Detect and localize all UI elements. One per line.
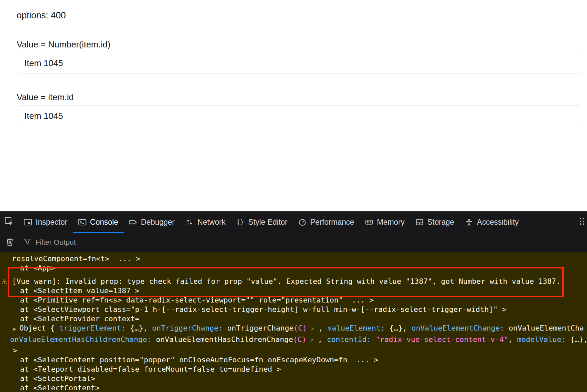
- console-text: at <SelectContent>: [20, 384, 100, 392]
- jump-to-definition-icon[interactable]: ↗: [306, 336, 314, 343]
- console-text: {…},: [385, 324, 411, 332]
- console-text: onTriggerChange:: [152, 324, 223, 332]
- select-trigger-string[interactable]: Item 1045: [17, 106, 582, 126]
- pick-element-button[interactable]: [0, 211, 18, 233]
- select-value: Item 1045: [24, 58, 63, 68]
- console-text: at <App>: [20, 264, 55, 272]
- debugger-icon: [129, 218, 137, 226]
- tab-label: Debugger: [141, 218, 175, 227]
- options-count-text: options: 400: [17, 10, 582, 21]
- tab-accessibility[interactable]: Accessibility: [459, 211, 524, 233]
- console-line: ⚠[Vue warn]: Invalid prop: type check fa…: [0, 277, 587, 286]
- select-value: Item 1045: [24, 111, 63, 121]
- console-text: triggerElement:: [59, 324, 126, 332]
- console-text: {…},: [566, 335, 587, 344]
- tab-memory[interactable]: Memory: [360, 211, 410, 233]
- tab-console[interactable]: Console: [73, 211, 124, 233]
- console-text: (C): [294, 324, 307, 332]
- devtools-panel: InspectorConsoleDebuggerNetworkStyle Edi…: [0, 211, 587, 392]
- console-text: {…},: [126, 324, 152, 332]
- console-text: at <SelectContent position="popper" onCl…: [20, 356, 378, 364]
- console-text: valueElement:: [327, 324, 385, 332]
- console-text: at <SelectPortal>: [20, 374, 95, 383]
- field-label-number: Value = Number(item.id): [17, 39, 582, 49]
- network-icon: [185, 218, 194, 226]
- page-content: options: 400 Value = Number(item.id) Ite…: [0, 0, 587, 211]
- expand-caret[interactable]: ▶: [13, 326, 19, 332]
- devtools-tab-strip: InspectorConsoleDebuggerNetworkStyle Edi…: [0, 211, 587, 233]
- console-text: at <SelectViewport class="p-1 h-[--radix…: [20, 305, 507, 314]
- console-line: >: [0, 346, 587, 355]
- filter-output-input[interactable]: Filter Output: [23, 237, 584, 247]
- tab-label: Accessibility: [477, 218, 519, 227]
- console-text: ,: [314, 335, 327, 344]
- console-line: at <SelectItem value=1387 >: [0, 286, 587, 296]
- console-text: at <Teleport disabled=false forceMount=f…: [20, 365, 281, 373]
- accessibility-icon: [465, 218, 473, 226]
- console-text: contentId:: [327, 335, 371, 344]
- console-text: Object {: [19, 324, 59, 332]
- console-line: at <SelectPortal>: [0, 374, 587, 383]
- tab-label: Console: [90, 218, 118, 227]
- trash-icon: [5, 237, 14, 248]
- console-line: at <Primitive ref=fn<s> data-radix-selec…: [0, 296, 587, 305]
- console-text: onValueElementChange:: [411, 324, 504, 332]
- console-text: onValueElementHasChildrenChange:: [10, 335, 152, 344]
- console-text: at <Primitive ref=fn<s> data-radix-selec…: [20, 296, 374, 304]
- more-tools-button[interactable]: [578, 211, 587, 233]
- performance-icon: [298, 218, 307, 226]
- filter-placeholder: Filter Output: [35, 238, 76, 247]
- tab-label: Performance: [310, 218, 354, 227]
- console-line: onValueElementHasChildrenChange: onValue…: [0, 335, 587, 345]
- tab-debugger[interactable]: Debugger: [124, 211, 180, 233]
- tab-label: Storage: [427, 218, 454, 227]
- console-line: at <SelectViewport class="p-1 h-[--radix…: [0, 305, 587, 314]
- warning-icon: ⚠: [1, 277, 7, 286]
- jump-to-definition-icon[interactable]: ↗: [307, 325, 314, 332]
- console-text: [Vue warn]: Invalid prop: type check fai…: [12, 277, 560, 285]
- more-tools-icon: [578, 216, 587, 228]
- tab-label: Inspector: [36, 218, 67, 227]
- memory-icon: [365, 218, 373, 226]
- filter-icon: [23, 237, 31, 247]
- tab-label: Network: [197, 218, 225, 227]
- tab-style-editor[interactable]: Style Editor: [231, 211, 293, 233]
- console-line: resolveComponent=fn<t> ... >: [0, 254, 587, 263]
- console-text: >: [13, 346, 17, 355]
- console-text: at <SelectProvider context=: [20, 315, 140, 323]
- clear-console-button[interactable]: [3, 237, 16, 248]
- inspector-icon: [24, 218, 32, 226]
- console-output: resolveComponent=fn<t> ... >at <App>⚠[Vu…: [0, 252, 587, 392]
- field-label-string: Value = item.id: [17, 92, 582, 102]
- console-text: ,: [314, 324, 328, 332]
- console-text: resolveComponent=fn<t> ... >: [12, 254, 140, 263]
- console-line: at <SelectContent position="popper" onCl…: [0, 355, 587, 365]
- tab-label: Style Editor: [248, 218, 287, 227]
- console-line: ▶ Object { triggerElement: {…}, onTrigge…: [0, 324, 587, 334]
- style-editor-icon: [236, 218, 244, 226]
- console-icon: [78, 218, 86, 226]
- console-toolbar: Filter Output: [0, 233, 587, 252]
- console-text: onValueElementHasChildrenChange: [152, 335, 293, 344]
- console-line: at <App>: [0, 263, 587, 273]
- console-text: (C): [293, 335, 307, 344]
- console-line: at <Teleport disabled=false forceMount=f…: [0, 365, 587, 374]
- console-line: at <SelectProvider context=: [0, 314, 587, 324]
- tab-performance[interactable]: Performance: [293, 211, 360, 233]
- console-text: onTriggerChange: [223, 324, 294, 332]
- console-text: modelValue:: [517, 335, 566, 344]
- console-text: ,: [508, 335, 517, 344]
- console-line: at <SelectContent>: [0, 383, 587, 392]
- tab-inspector[interactable]: Inspector: [18, 211, 73, 233]
- toolbar-divider: [20, 237, 20, 248]
- tab-storage[interactable]: Storage: [410, 211, 460, 233]
- console-text: "radix-vue-select-content-v-4": [371, 335, 508, 344]
- pick-element-icon: [4, 217, 14, 227]
- tab-label: Memory: [377, 218, 405, 227]
- select-trigger-number[interactable]: Item 1045: [17, 53, 582, 73]
- console-text: onValueElementCha: [504, 324, 584, 332]
- tab-network[interactable]: Network: [180, 211, 231, 233]
- console-text: at <SelectItem value=1387 >: [20, 286, 140, 295]
- storage-icon: [415, 218, 424, 226]
